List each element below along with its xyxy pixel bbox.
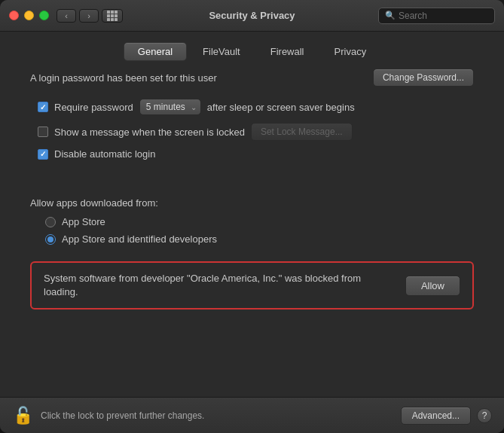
search-box[interactable]: 🔍 [378, 8, 495, 24]
close-button[interactable] [9, 11, 19, 20]
radio-app-store[interactable]: App Store [45, 216, 474, 227]
require-password-checkbox[interactable] [38, 102, 48, 112]
tab-filevault[interactable]: FileVault [188, 42, 255, 61]
require-password-suffix: after sleep or screen saver begins [207, 102, 355, 113]
forward-button[interactable]: › [79, 9, 99, 23]
app-grid-button[interactable] [102, 9, 123, 23]
help-button[interactable]: ? [477, 408, 492, 423]
tab-privacy[interactable]: Privacy [320, 42, 381, 61]
allow-button[interactable]: Allow [405, 276, 460, 296]
radio-inner-dot [47, 236, 53, 242]
change-password-button[interactable]: Change Password... [373, 69, 474, 87]
tab-firewall[interactable]: Firewall [256, 42, 319, 61]
minimize-button[interactable] [24, 11, 34, 20]
show-message-checkbox[interactable] [38, 127, 48, 137]
divider [30, 167, 474, 197]
lock-message: Click the lock to prevent further change… [41, 410, 401, 421]
allow-apps-title: Allow apps downloaded from: [30, 197, 474, 209]
app-store-identified-label: App Store and identified developers [62, 233, 217, 245]
disable-login-checkbox[interactable] [38, 149, 48, 160]
radio-app-store-button[interactable] [45, 217, 56, 227]
search-input[interactable] [399, 11, 488, 21]
app-store-label: App Store [62, 216, 105, 227]
disable-login-label: Disable automatic login [54, 148, 155, 160]
radio-app-store-identified-button[interactable] [45, 234, 56, 245]
show-message-label: Show a message when the screen is locked [54, 127, 245, 138]
window-title: Security & Privacy [209, 10, 295, 21]
lock-icon: 🔓 [13, 406, 33, 425]
traffic-lights [9, 11, 49, 20]
content: General FileVault Firewall Privacy A log… [0, 32, 504, 433]
require-password-row: Require password 5 minutes after sleep o… [38, 99, 474, 115]
require-password-label: Require password [54, 102, 133, 113]
footer: 🔓 Click the lock to prevent further chan… [0, 397, 504, 433]
grid-icon [107, 11, 118, 21]
tabs-bar: General FileVault Firewall Privacy [0, 32, 504, 69]
nav-buttons: ‹ › [57, 9, 99, 23]
window: ‹ › Security & Privacy 🔍 General FileVau… [0, 0, 504, 433]
lock-button[interactable]: 🔓 [12, 405, 33, 426]
radio-app-store-identified[interactable]: App Store and identified developers [45, 233, 474, 245]
main-content: A login password has been set for this u… [0, 69, 504, 397]
login-message: A login password has been set for this u… [30, 72, 373, 84]
require-password-dropdown[interactable]: 5 minutes [139, 99, 201, 115]
show-message-row: Show a message when the screen is locked… [38, 123, 474, 141]
set-lock-message-button[interactable]: Set Lock Message... [251, 123, 353, 141]
login-row: A login password has been set for this u… [30, 69, 474, 87]
tab-general[interactable]: General [124, 42, 187, 61]
advanced-button[interactable]: Advanced... [401, 407, 471, 425]
allow-apps-section: Allow apps downloaded from: App Store Ap… [30, 197, 474, 251]
disable-login-row: Disable automatic login [38, 148, 474, 160]
maximize-button[interactable] [39, 11, 49, 20]
blocked-text: System software from developer "Oracle A… [44, 272, 396, 299]
search-icon: 🔍 [385, 11, 396, 20]
blocked-box: System software from developer "Oracle A… [30, 261, 474, 310]
back-button[interactable]: ‹ [57, 9, 76, 23]
titlebar: ‹ › Security & Privacy 🔍 [0, 0, 504, 32]
